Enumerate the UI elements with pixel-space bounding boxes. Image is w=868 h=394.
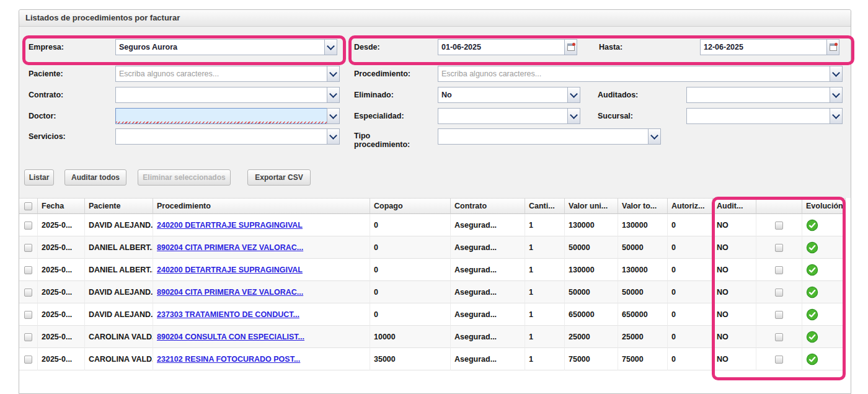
audit-checkbox[interactable] xyxy=(775,222,783,230)
audit-checkbox[interactable] xyxy=(775,266,783,274)
evolucion-check-icon[interactable] xyxy=(806,241,818,254)
cell-cantidad: 1 xyxy=(525,326,565,348)
procedimiento-link[interactable]: 237303 TRATAMIENTO DE CONDUCT... xyxy=(157,310,299,319)
cell-evolucion xyxy=(802,214,846,236)
audit-checkbox[interactable] xyxy=(775,356,783,364)
row-select-cell xyxy=(19,214,38,236)
cell-valor-unitario: 25000 xyxy=(565,326,618,348)
cell-autorizado: 0 xyxy=(668,214,713,236)
chevron-down-icon[interactable] xyxy=(648,128,661,145)
cell-valor-unitario: 130000 xyxy=(565,214,618,236)
evolucion-check-icon[interactable] xyxy=(806,286,818,298)
procedimiento-link[interactable]: 890204 CITA PRIMERA VEZ VALORAC... xyxy=(157,243,303,252)
row-select-checkbox[interactable] xyxy=(24,289,32,297)
procedimiento-link[interactable]: 240200 DETARTRAJE SUPRAGINGIVAL xyxy=(157,266,303,274)
cell-procedimiento: 232102 RESINA FOTOCURADO POST... xyxy=(153,348,370,370)
auditados-input[interactable] xyxy=(686,87,830,103)
doctor-input[interactable] xyxy=(115,108,327,124)
audit-checkbox[interactable] xyxy=(775,244,783,252)
header-valor-total[interactable]: Valor to... xyxy=(618,198,668,214)
row-select-checkbox[interactable] xyxy=(24,356,32,364)
contrato-combobox xyxy=(115,87,340,103)
cell-procedimiento: 240200 DETARTRAJE SUPRAGINGIVAL xyxy=(153,214,370,236)
procedimiento-link[interactable]: 890204 CITA PRIMERA VEZ VALORAC... xyxy=(157,288,303,297)
cell-cantidad: 1 xyxy=(525,214,565,236)
evolucion-check-icon[interactable] xyxy=(806,353,818,365)
eliminar-seleccionados-button[interactable]: Eliminar seleccionados xyxy=(138,169,231,186)
cell-copago: 0 xyxy=(370,214,451,236)
chevron-down-icon[interactable] xyxy=(327,87,340,103)
evolucion-check-icon[interactable] xyxy=(806,264,818,276)
header-copago[interactable]: Copago xyxy=(370,198,451,214)
cell-audit-select xyxy=(756,303,802,326)
listar-button[interactable]: Listar xyxy=(24,169,54,186)
servicios-input[interactable] xyxy=(115,128,327,145)
header-valor-unitario[interactable]: Valor uni... xyxy=(565,198,618,214)
header-evolucion[interactable]: Evolución xyxy=(802,198,846,214)
audit-checkbox[interactable] xyxy=(775,333,783,341)
row-select-checkbox[interactable] xyxy=(24,222,32,230)
row-select-checkbox[interactable] xyxy=(24,244,32,252)
empresa-input[interactable] xyxy=(115,39,324,55)
paciente-input[interactable] xyxy=(115,66,327,82)
chevron-down-icon[interactable] xyxy=(324,39,337,55)
row-select-checkbox[interactable] xyxy=(24,266,32,274)
row-select-cell xyxy=(19,303,38,326)
cell-contrato: Asegurad... xyxy=(451,348,525,370)
cell-evolucion xyxy=(802,259,846,281)
procedimiento-input[interactable] xyxy=(438,66,830,82)
cell-valor-unitario: 650000 xyxy=(565,303,618,326)
sucursal-input[interactable] xyxy=(686,108,830,124)
header-contrato[interactable]: Contrato xyxy=(451,198,525,214)
especialidad-input[interactable] xyxy=(438,108,567,124)
chevron-down-icon[interactable] xyxy=(327,66,340,82)
audit-checkbox[interactable] xyxy=(775,289,783,297)
chevron-down-icon[interactable] xyxy=(567,87,580,103)
cell-valor-unitario: 75000 xyxy=(565,348,618,370)
header-auditado[interactable]: Audit... xyxy=(713,198,756,214)
row-select-checkbox[interactable] xyxy=(24,333,32,341)
calendar-icon[interactable] xyxy=(564,39,577,55)
header-paciente[interactable]: Paciente xyxy=(85,198,153,214)
tipo-procedimiento-input[interactable] xyxy=(438,128,648,145)
chevron-down-icon[interactable] xyxy=(327,108,340,124)
desde-input[interactable] xyxy=(438,39,564,55)
empresa-label: Empresa: xyxy=(29,39,64,55)
doctor-label: Doctor: xyxy=(29,108,56,124)
select-all-checkbox[interactable] xyxy=(24,202,32,210)
contrato-input[interactable] xyxy=(115,87,327,103)
procedimiento-link[interactable]: 240200 DETARTRAJE SUPRAGINGIVAL xyxy=(157,221,303,230)
cell-contrato: Asegurad... xyxy=(451,214,525,236)
cell-procedimiento: 890204 CITA PRIMERA VEZ VALORAC... xyxy=(153,281,370,303)
calendar-icon[interactable] xyxy=(826,39,839,55)
cell-audit-select xyxy=(756,326,802,348)
header-autorizado[interactable]: Autoriz... xyxy=(668,198,713,214)
header-row: Fecha Paciente Procedimiento Copago Cont… xyxy=(19,198,846,214)
row-select-checkbox[interactable] xyxy=(24,311,32,319)
audit-checkbox[interactable] xyxy=(775,311,783,319)
chevron-down-icon[interactable] xyxy=(327,128,340,145)
exportar-csv-button[interactable]: Exportar CSV xyxy=(247,169,311,186)
procedimiento-link[interactable]: 890204 CONSULTA CON ESPECIALIST... xyxy=(157,333,304,341)
chevron-down-icon[interactable] xyxy=(830,66,843,82)
cell-valor-total: 25000 xyxy=(618,326,668,348)
table-row: 2025-0... CAROLINA VALD... 890204 CONSUL… xyxy=(19,326,846,348)
header-procedimiento[interactable]: Procedimiento xyxy=(153,198,370,214)
eliminado-input[interactable] xyxy=(438,87,567,103)
evolucion-check-icon[interactable] xyxy=(806,219,818,231)
chevron-down-icon[interactable] xyxy=(830,108,843,124)
cell-auditado: NO xyxy=(713,348,756,370)
header-fecha[interactable]: Fecha xyxy=(38,198,85,214)
header-audit-check[interactable] xyxy=(756,198,802,214)
auditar-todos-button[interactable]: Auditar todos xyxy=(64,169,126,186)
header-cantidad[interactable]: Canti... xyxy=(525,198,565,214)
chevron-down-icon[interactable] xyxy=(830,87,843,103)
procedimiento-link[interactable]: 232102 RESINA FOTOCURADO POST... xyxy=(157,355,300,364)
cell-fecha: 2025-0... xyxy=(38,214,85,236)
evolucion-check-icon[interactable] xyxy=(806,308,818,321)
hasta-input[interactable] xyxy=(700,39,826,55)
evolucion-check-icon[interactable] xyxy=(806,331,818,343)
cell-cantidad: 1 xyxy=(525,348,565,370)
chevron-down-icon[interactable] xyxy=(567,108,580,124)
cell-auditado: NO xyxy=(713,259,756,281)
